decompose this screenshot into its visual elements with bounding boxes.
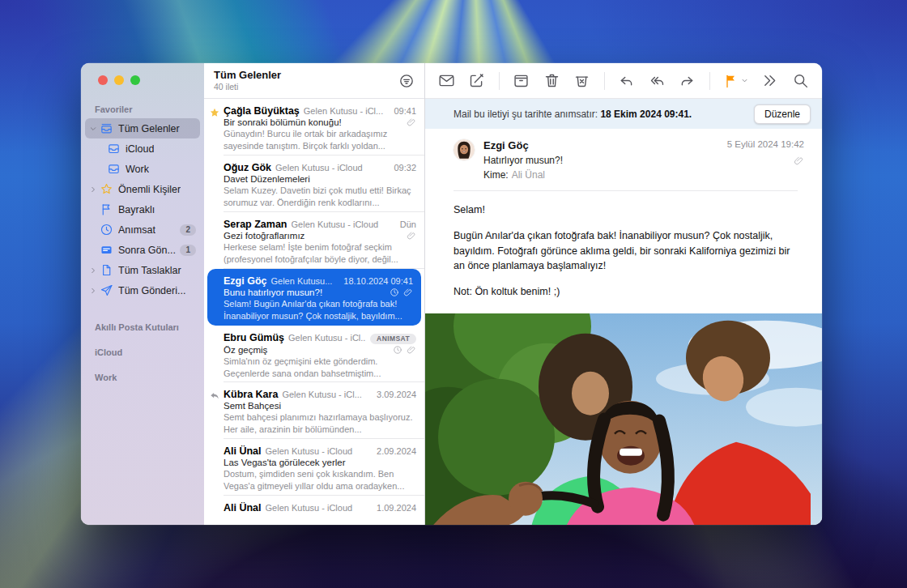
message-row-ezgi-g-3[interactable]: Ezgi GöçGelen Kutusu...18.10.2024 09:41B…	[207, 269, 421, 326]
junk-button[interactable]	[573, 72, 590, 89]
compose-button[interactable]	[468, 72, 485, 89]
mailbox-label: Gelen Kutusu - iCl...	[304, 106, 390, 116]
edit-reminder-button[interactable]: Düzenle	[754, 104, 811, 124]
sidebar-item-label: Tüm Gelenler	[118, 123, 180, 134]
trash-button[interactable]	[543, 72, 560, 89]
sidebar-item-icloud[interactable]: iCloud	[85, 138, 200, 159]
star-filled-icon	[209, 107, 220, 118]
preview: Dostum, şimdiden seni çok kıskandım. Ben…	[224, 468, 416, 492]
preview: Semt bahçesi planımızı hazırlamaya başlı…	[224, 411, 416, 436]
clock-small-icon	[393, 345, 402, 355]
message-row-line1: Ezgi GöçGelen Kutusu...18.10.2024 09:41	[224, 275, 413, 287]
message-count: 40 ileti	[214, 82, 281, 92]
chevron-right-icon[interactable]	[89, 287, 97, 295]
message-row-ebru-g-m-4[interactable]: Ebru GümüşGelen Kutusu - iCl...ANIMSATÖz…	[204, 326, 424, 382]
sidebar-item-label: Önemli Kişiler	[118, 184, 181, 195]
mailbox-label: Gelen Kutusu - iCloud	[266, 446, 373, 456]
chevron-spacer	[89, 246, 97, 254]
paperclip-icon	[794, 156, 804, 166]
sender: Ebru Gümüş	[224, 332, 284, 343]
remind-badge: ANIMSAT	[370, 334, 416, 345]
chevron-right-icon[interactable]	[89, 266, 97, 275]
sidebar-item-t-m-gelenler[interactable]: Tüm Gelenler	[85, 118, 200, 138]
sidebar-item-sonra-g-n[interactable]: Sonra Gön...1	[85, 240, 200, 260]
message-list-title-block: Tüm Gelenler 40 ileti	[214, 70, 281, 92]
message-row-line1: Ebru GümüşGelen Kutusu - iCl...ANIMSAT	[224, 332, 416, 344]
message-row-line2: Bir sonraki bölümün konuğu!	[224, 117, 416, 127]
message-row-line1: Kübra KaraGelen Kutusu - iCl...3.09.2024	[224, 389, 416, 400]
sender: Ali Ünal	[224, 445, 262, 457]
search-button[interactable]	[792, 72, 809, 89]
sender: Ali Ünal	[224, 502, 262, 513]
chevron-down-icon[interactable]	[89, 125, 97, 133]
flag-button[interactable]	[723, 73, 748, 89]
subject: Bunu hatırlıyor musun?!	[224, 288, 385, 297]
sidebar-item-bayrakl[interactable]: Bayraklı	[85, 199, 200, 219]
mailbox-label: Gelen Kutusu - iCloud	[275, 163, 390, 173]
preview: Selam Kuzey. Davetin bizi çok mutlu etti…	[224, 185, 416, 209]
smart-mailboxes-header[interactable]: Akıllı Posta Kutuları	[81, 315, 204, 340]
message-row-o-uz-g-k-1[interactable]: Oğuz GökGelen Kutusu - iCloud09:32Davet …	[204, 156, 424, 212]
sidebar-item-t-m-taslaklar[interactable]: Tüm Taslaklar	[85, 260, 200, 280]
sidebar-items: Tüm GelenleriCloudWorkÖnemli KişilerBayr…	[81, 118, 204, 300]
message-row-line1: Ali ÜnalGelen Kutusu - iCloud2.09.2024	[224, 445, 416, 457]
reply-all-button[interactable]	[649, 72, 666, 89]
toolbar-separator	[709, 72, 710, 90]
timestamp: 18.10.2024 09:41	[343, 276, 413, 286]
mailbox-label: Gelen Kutusu - iCl...	[288, 333, 366, 343]
mailbox-label: Gelen Kutusu - iCloud	[292, 219, 396, 229]
more-toolbar-items-button[interactable]	[761, 72, 778, 89]
subject: Bir sonraki bölümün konuğu!	[224, 117, 402, 127]
sidebar-item-work[interactable]: Work	[85, 159, 200, 179]
message-row-a-la-b-y-kta-0[interactable]: Çağla BüyüktaşGelen Kutusu - iCl...09:41…	[204, 99, 424, 156]
message-header: Ezgi Göç Hatırlıyor musun?! Kime:Ali Üna…	[425, 129, 822, 190]
paperclip-icon	[407, 231, 416, 241]
sender-avatar[interactable]	[454, 139, 475, 160]
sidebar-item-an-msat[interactable]: Anımsat2	[85, 219, 200, 240]
message-row-ali-nal-6[interactable]: Ali ÜnalGelen Kutusu - iCloud2.09.2024La…	[204, 439, 424, 496]
toolbar-separator	[499, 72, 500, 90]
get-mail-button[interactable]	[438, 72, 455, 89]
reply-button[interactable]	[618, 72, 635, 89]
favorites-header: Favoriler	[81, 96, 204, 118]
zoom-window-button[interactable]	[130, 75, 140, 85]
paperclip-icon	[407, 117, 416, 127]
inbox-icon	[107, 162, 121, 176]
chevron-right-icon[interactable]	[89, 185, 97, 194]
subject: Öz geçmiş	[224, 345, 389, 355]
close-window-button[interactable]	[98, 75, 108, 85]
message-row-line1: Ali ÜnalGelen Kutusu - iCloud1.09.2024	[224, 502, 416, 513]
document-icon	[100, 263, 113, 277]
filter-button[interactable]	[398, 73, 415, 89]
message-list-header: Tüm Gelenler 40 ileti	[204, 63, 424, 99]
timestamp: 1.09.2024	[377, 503, 416, 513]
recipient-name[interactable]: Ali Ünal	[512, 169, 545, 181]
message-list-pane: Tüm Gelenler 40 ileti Çağla BüyüktaşGele…	[204, 63, 425, 525]
flag-outline-icon	[100, 202, 113, 216]
message-row-k-bra-kara-5[interactable]: Kübra KaraGelen Kutusu - iCl...3.09.2024…	[204, 382, 424, 439]
forward-button[interactable]	[679, 72, 696, 89]
message-row-line2: Gezi fotoğraflarımız	[224, 231, 416, 241]
preview: Simla'nın öz geçmişini ekte gönderdim. G…	[224, 356, 416, 380]
sidebar-item-label: Anımsat	[118, 224, 155, 236]
account-header-work[interactable]: Work	[81, 365, 204, 390]
message-row-serap-zaman-2[interactable]: Serap ZamanGelen Kutusu - iCloudDünGezi …	[204, 212, 424, 269]
preview: Herkese selam! İşte benim fotoğraf seçki…	[224, 241, 416, 266]
attachment-photo[interactable]	[425, 313, 822, 525]
archive-button[interactable]	[513, 72, 530, 89]
message-row-ali-nal-7[interactable]: Ali ÜnalGelen Kutusu - iCloud1.09.2024	[204, 496, 424, 525]
message-header-meta: 5 Eylül 2024 19:42	[727, 139, 804, 181]
toolbar	[425, 63, 822, 99]
sidebar-item-t-m-g-nderi[interactable]: Tüm Gönderi...	[85, 280, 200, 300]
account-header-icloud[interactable]: iCloud	[81, 340, 204, 365]
message-recipients: Kime:Ali Ünal	[483, 169, 718, 181]
sidebar-item-label: Tüm Taslaklar	[118, 265, 181, 276]
sender: Ezgi Göç	[224, 275, 266, 287]
message-row-line1: Serap ZamanGelen Kutusu - iCloudDün	[224, 219, 416, 230]
message-rows: Çağla BüyüktaşGelen Kutusu - iCl...09:41…	[204, 99, 424, 525]
sidebar-item-label: Sonra Gön...	[118, 245, 176, 256]
minimize-window-button[interactable]	[114, 75, 124, 85]
message-subject: Hatırlıyor musun?!	[483, 155, 718, 166]
chevron-spacer	[89, 206, 97, 214]
sidebar-item-nemli-ki-iler[interactable]: Önemli Kişiler	[85, 179, 200, 199]
